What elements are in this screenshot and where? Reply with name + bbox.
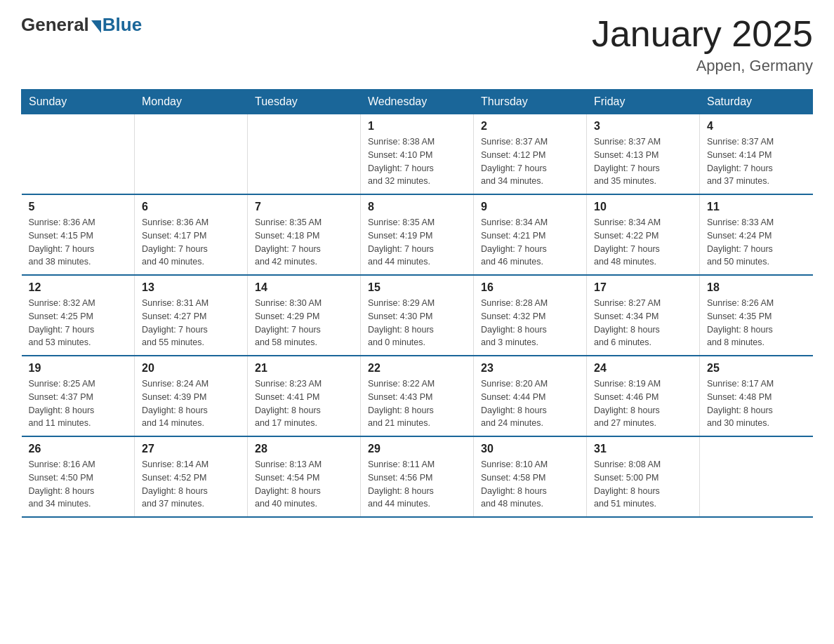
- day-number: 6: [142, 201, 240, 213]
- day-info: Sunrise: 8:37 AM Sunset: 4:12 PM Dayligh…: [481, 135, 579, 188]
- day-cell: 30Sunrise: 8:10 AM Sunset: 4:58 PM Dayli…: [474, 436, 587, 517]
- day-cell: 19Sunrise: 8:25 AM Sunset: 4:37 PM Dayli…: [22, 356, 135, 436]
- day-cell: 24Sunrise: 8:19 AM Sunset: 4:46 PM Dayli…: [587, 356, 700, 436]
- logo-blue-text: Blue: [102, 14, 142, 36]
- day-info: Sunrise: 8:36 AM Sunset: 4:17 PM Dayligh…: [142, 216, 240, 269]
- day-cell: 5Sunrise: 8:36 AM Sunset: 4:15 PM Daylig…: [22, 194, 135, 275]
- day-number: 1: [368, 120, 466, 133]
- day-number: 21: [255, 362, 353, 375]
- day-info: Sunrise: 8:19 AM Sunset: 4:46 PM Dayligh…: [594, 377, 692, 430]
- day-number: 26: [29, 443, 128, 455]
- day-number: 5: [29, 201, 128, 213]
- day-info: Sunrise: 8:10 AM Sunset: 4:58 PM Dayligh…: [481, 458, 579, 511]
- day-cell: 7Sunrise: 8:35 AM Sunset: 4:18 PM Daylig…: [248, 194, 361, 275]
- day-info: Sunrise: 8:37 AM Sunset: 4:14 PM Dayligh…: [707, 135, 806, 188]
- day-cell: 25Sunrise: 8:17 AM Sunset: 4:48 PM Dayli…: [700, 356, 813, 436]
- day-info: Sunrise: 8:35 AM Sunset: 4:19 PM Dayligh…: [368, 216, 466, 269]
- day-number: 28: [255, 443, 353, 455]
- day-number: 7: [255, 201, 353, 213]
- day-cell: 22Sunrise: 8:22 AM Sunset: 4:43 PM Dayli…: [361, 356, 474, 436]
- day-number: 25: [707, 362, 806, 375]
- day-number: 20: [142, 362, 240, 375]
- day-number: 19: [29, 362, 128, 375]
- calendar-table: SundayMondayTuesdayWednesdayThursdayFrid…: [21, 89, 813, 518]
- day-info: Sunrise: 8:17 AM Sunset: 4:48 PM Dayligh…: [707, 377, 806, 430]
- day-cell: 12Sunrise: 8:32 AM Sunset: 4:25 PM Dayli…: [22, 275, 135, 356]
- day-info: Sunrise: 8:32 AM Sunset: 4:25 PM Dayligh…: [29, 297, 128, 349]
- day-cell: 13Sunrise: 8:31 AM Sunset: 4:27 PM Dayli…: [135, 275, 248, 356]
- day-cell: 20Sunrise: 8:24 AM Sunset: 4:39 PM Dayli…: [135, 356, 248, 436]
- day-cell: 27Sunrise: 8:14 AM Sunset: 4:52 PM Dayli…: [135, 436, 248, 517]
- day-cell: 16Sunrise: 8:28 AM Sunset: 4:32 PM Dayli…: [474, 275, 587, 356]
- day-info: Sunrise: 8:31 AM Sunset: 4:27 PM Dayligh…: [142, 297, 240, 349]
- day-info: Sunrise: 8:38 AM Sunset: 4:10 PM Dayligh…: [368, 135, 466, 188]
- header-row: SundayMondayTuesdayWednesdayThursdayFrid…: [22, 90, 813, 114]
- day-info: Sunrise: 8:30 AM Sunset: 4:29 PM Dayligh…: [255, 297, 353, 349]
- day-info: Sunrise: 8:37 AM Sunset: 4:13 PM Dayligh…: [594, 135, 692, 188]
- day-number: 4: [707, 120, 806, 133]
- page-header: General Blue January 2025 Appen, Germany: [21, 14, 813, 75]
- day-cell: 9Sunrise: 8:34 AM Sunset: 4:21 PM Daylig…: [474, 194, 587, 275]
- day-cell: 23Sunrise: 8:20 AM Sunset: 4:44 PM Dayli…: [474, 356, 587, 436]
- day-number: 30: [481, 443, 579, 455]
- day-cell: [135, 114, 248, 195]
- day-info: Sunrise: 8:13 AM Sunset: 4:54 PM Dayligh…: [255, 458, 353, 511]
- header-cell-monday: Monday: [135, 90, 248, 114]
- day-cell: 2Sunrise: 8:37 AM Sunset: 4:12 PM Daylig…: [474, 114, 587, 195]
- day-cell: 14Sunrise: 8:30 AM Sunset: 4:29 PM Dayli…: [248, 275, 361, 356]
- week-row-1: 1Sunrise: 8:38 AM Sunset: 4:10 PM Daylig…: [22, 114, 813, 195]
- day-info: Sunrise: 8:28 AM Sunset: 4:32 PM Dayligh…: [481, 297, 579, 349]
- header-cell-saturday: Saturday: [700, 90, 813, 114]
- day-number: 29: [368, 443, 466, 455]
- day-info: Sunrise: 8:24 AM Sunset: 4:39 PM Dayligh…: [142, 377, 240, 430]
- day-cell: [700, 436, 813, 517]
- day-cell: 28Sunrise: 8:13 AM Sunset: 4:54 PM Dayli…: [248, 436, 361, 517]
- week-row-2: 5Sunrise: 8:36 AM Sunset: 4:15 PM Daylig…: [22, 194, 813, 275]
- day-number: 3: [594, 120, 692, 133]
- day-number: 13: [142, 281, 240, 294]
- day-info: Sunrise: 8:26 AM Sunset: 4:35 PM Dayligh…: [707, 297, 806, 349]
- day-cell: 11Sunrise: 8:33 AM Sunset: 4:24 PM Dayli…: [700, 194, 813, 275]
- logo-general-text: General: [21, 14, 89, 36]
- day-cell: 29Sunrise: 8:11 AM Sunset: 4:56 PM Dayli…: [361, 436, 474, 517]
- header-cell-tuesday: Tuesday: [248, 90, 361, 114]
- day-number: 18: [707, 281, 806, 294]
- header-cell-sunday: Sunday: [22, 90, 135, 114]
- day-cell: 1Sunrise: 8:38 AM Sunset: 4:10 PM Daylig…: [361, 114, 474, 195]
- calendar-header: SundayMondayTuesdayWednesdayThursdayFrid…: [22, 90, 813, 114]
- day-cell: 8Sunrise: 8:35 AM Sunset: 4:19 PM Daylig…: [361, 194, 474, 275]
- calendar-subtitle: Appen, Germany: [592, 57, 813, 75]
- day-info: Sunrise: 8:34 AM Sunset: 4:21 PM Dayligh…: [481, 216, 579, 269]
- title-area: January 2025 Appen, Germany: [592, 14, 813, 75]
- logo: General Blue: [21, 14, 142, 36]
- header-cell-wednesday: Wednesday: [361, 90, 474, 114]
- calendar-title: January 2025: [592, 14, 813, 54]
- day-info: Sunrise: 8:33 AM Sunset: 4:24 PM Dayligh…: [707, 216, 806, 269]
- day-info: Sunrise: 8:16 AM Sunset: 4:50 PM Dayligh…: [29, 458, 128, 511]
- day-cell: [22, 114, 135, 195]
- day-info: Sunrise: 8:08 AM Sunset: 5:00 PM Dayligh…: [594, 458, 692, 511]
- day-number: 9: [481, 201, 579, 213]
- day-cell: 26Sunrise: 8:16 AM Sunset: 4:50 PM Dayli…: [22, 436, 135, 517]
- day-cell: 21Sunrise: 8:23 AM Sunset: 4:41 PM Dayli…: [248, 356, 361, 436]
- day-cell: 4Sunrise: 8:37 AM Sunset: 4:14 PM Daylig…: [700, 114, 813, 195]
- day-number: 31: [594, 443, 692, 455]
- day-info: Sunrise: 8:29 AM Sunset: 4:30 PM Dayligh…: [368, 297, 466, 349]
- week-row-4: 19Sunrise: 8:25 AM Sunset: 4:37 PM Dayli…: [22, 356, 813, 436]
- day-cell: 10Sunrise: 8:34 AM Sunset: 4:22 PM Dayli…: [587, 194, 700, 275]
- day-number: 16: [481, 281, 579, 294]
- day-info: Sunrise: 8:27 AM Sunset: 4:34 PM Dayligh…: [594, 297, 692, 349]
- day-cell: 6Sunrise: 8:36 AM Sunset: 4:17 PM Daylig…: [135, 194, 248, 275]
- day-info: Sunrise: 8:14 AM Sunset: 4:52 PM Dayligh…: [142, 458, 240, 511]
- day-number: 22: [368, 362, 466, 375]
- day-cell: [248, 114, 361, 195]
- logo-triangle-icon: [91, 20, 101, 33]
- day-info: Sunrise: 8:20 AM Sunset: 4:44 PM Dayligh…: [481, 377, 579, 430]
- day-cell: 15Sunrise: 8:29 AM Sunset: 4:30 PM Dayli…: [361, 275, 474, 356]
- day-info: Sunrise: 8:35 AM Sunset: 4:18 PM Dayligh…: [255, 216, 353, 269]
- header-cell-thursday: Thursday: [474, 90, 587, 114]
- day-number: 11: [707, 201, 806, 213]
- day-info: Sunrise: 8:25 AM Sunset: 4:37 PM Dayligh…: [29, 377, 128, 430]
- week-row-5: 26Sunrise: 8:16 AM Sunset: 4:50 PM Dayli…: [22, 436, 813, 517]
- day-number: 10: [594, 201, 692, 213]
